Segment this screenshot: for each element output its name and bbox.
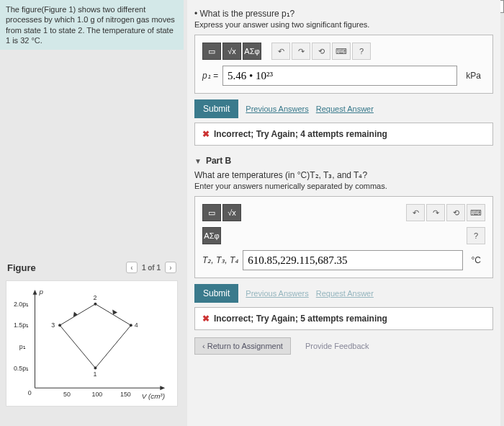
part-b-unit: °C [467, 255, 485, 265]
figure-graph: p V (cm³) 2.0p₁ 1.5p₁ p₁ 0.5p₁ 0 50 100 … [6, 280, 178, 407]
part-a-instruction: Express your answer using two significan… [194, 20, 493, 29]
redo-icon[interactable]: ↷ [426, 204, 445, 221]
part-b-instruction: Enter your answers numerically separated… [194, 182, 493, 190]
svg-marker-3 [160, 386, 165, 390]
y-axis-label: p [38, 288, 43, 296]
part-b-submit-button[interactable]: Submit [194, 284, 238, 303]
part-a-feedback: ✖Incorrect; Try Again; 4 attempts remain… [194, 123, 493, 146]
svg-text:2.0p₁: 2.0p₁ [14, 301, 29, 308]
svg-text:p₁: p₁ [19, 343, 26, 350]
part-b-feedback: ✖Incorrect; Try Again; 5 attempts remain… [194, 307, 493, 330]
part-b-actions: Submit Previous Answers Request Answer [194, 284, 493, 303]
svg-text:3: 3 [51, 321, 55, 329]
svg-marker-22 [112, 310, 117, 315]
right-column: • What is the pressure p₁? Express your … [187, 0, 500, 426]
x-axis-label: V (cm³) [142, 392, 165, 400]
caret-down-icon: ▼ [194, 157, 202, 165]
svg-text:100: 100 [92, 391, 103, 398]
undo-icon[interactable]: ↶ [406, 204, 425, 221]
greek-button[interactable]: ΑΣφ [243, 43, 261, 60]
figure-title: Figure [7, 262, 36, 273]
bottom-bar: ‹ Return to Assignment Provide Feedback [194, 337, 493, 355]
svg-text:2: 2 [93, 294, 96, 301]
svg-marker-2 [33, 290, 37, 295]
left-column: The figure(Figure 1) shows two different… [0, 0, 184, 426]
sqrt-icon[interactable]: √x [222, 43, 241, 60]
return-button[interactable]: ‹ Return to Assignment [194, 337, 291, 355]
part-a-input[interactable] [222, 66, 457, 86]
greek-button[interactable]: ΑΣφ [202, 227, 221, 244]
undo-icon[interactable]: ↶ [271, 43, 290, 60]
part-a-answer-box: ▭ √x ΑΣφ ↶ ↷ ⟲ ⌨ ? p₁ = kPa [194, 35, 493, 94]
part-a-toolbar: ▭ √x ΑΣφ ↶ ↷ ⟲ ⌨ ? [202, 43, 485, 60]
part-b-input[interactable] [243, 250, 462, 270]
part-a-variable: p₁ = [202, 71, 218, 81]
svg-text:150: 150 [120, 391, 131, 398]
keyboard-icon[interactable]: ⌨ [467, 204, 485, 221]
figure-panel: Figure ‹ 1 of 1 › p V (cm³) 2.0p₁ 1.5p₁ … [0, 259, 184, 407]
help-button[interactable]: ? [467, 227, 485, 244]
part-b-header[interactable]: ▼ Part B [194, 156, 493, 166]
part-a-previous-answers-link[interactable]: Previous Answers [246, 105, 308, 113]
part-b-answer-box: ▭ √x ↶ ↷ ⟲ ⌨ ΑΣφ ? T₂, T₃, T₄ °C [194, 196, 493, 278]
problem-prompt: The figure(Figure 1) shows two different… [0, 0, 184, 50]
figure-counter: 1 of 1 [142, 264, 161, 272]
reset-icon[interactable]: ⟲ [312, 43, 330, 60]
part-b-question: What are temperatures (in °C)T₂, T₃, and… [194, 170, 493, 180]
sqrt-icon[interactable]: √x [222, 204, 241, 221]
svg-text:1: 1 [93, 371, 96, 378]
part-a-submit-button[interactable]: Submit [194, 99, 238, 118]
svg-point-15 [58, 324, 61, 327]
figure-prev-button[interactable]: ‹ [126, 262, 138, 273]
part-a-request-answer-link[interactable]: Request Answer [316, 105, 374, 113]
help-button[interactable]: ? [352, 43, 371, 60]
part-b-previous-answers-link[interactable]: Previous Answers [246, 289, 308, 298]
reset-icon[interactable]: ⟲ [446, 204, 465, 221]
svg-point-17 [130, 324, 132, 327]
part-a-question: • What is the pressure p₁? [194, 9, 493, 19]
part-a-unit: kPa [462, 71, 485, 81]
svg-text:50: 50 [63, 391, 71, 398]
part-b-request-answer-link[interactable]: Request Answer [316, 289, 374, 298]
svg-text:0.5p₁: 0.5p₁ [14, 365, 29, 372]
svg-text:1.5p₁: 1.5p₁ [14, 321, 29, 329]
provide-feedback-link[interactable]: Provide Feedback [305, 342, 369, 350]
part-b-variable: T₂, T₃, T₄ [202, 255, 238, 265]
svg-point-19 [94, 367, 96, 370]
redo-icon[interactable]: ↷ [292, 43, 310, 60]
svg-text:0: 0 [28, 389, 32, 396]
incorrect-icon: ✖ [202, 314, 210, 324]
template-icon[interactable]: ▭ [202, 204, 221, 221]
svg-marker-12 [60, 304, 131, 368]
part-a-actions: Submit Previous Answers Request Answer [194, 99, 493, 118]
template-icon[interactable]: ▭ [202, 43, 221, 60]
incorrect-icon: ✖ [202, 129, 210, 139]
figure-nav: ‹ 1 of 1 › [126, 262, 176, 273]
svg-point-13 [94, 303, 96, 306]
keyboard-icon[interactable]: ⌨ [332, 43, 351, 60]
svg-text:4: 4 [135, 321, 138, 329]
figure-next-button[interactable]: › [165, 262, 176, 273]
